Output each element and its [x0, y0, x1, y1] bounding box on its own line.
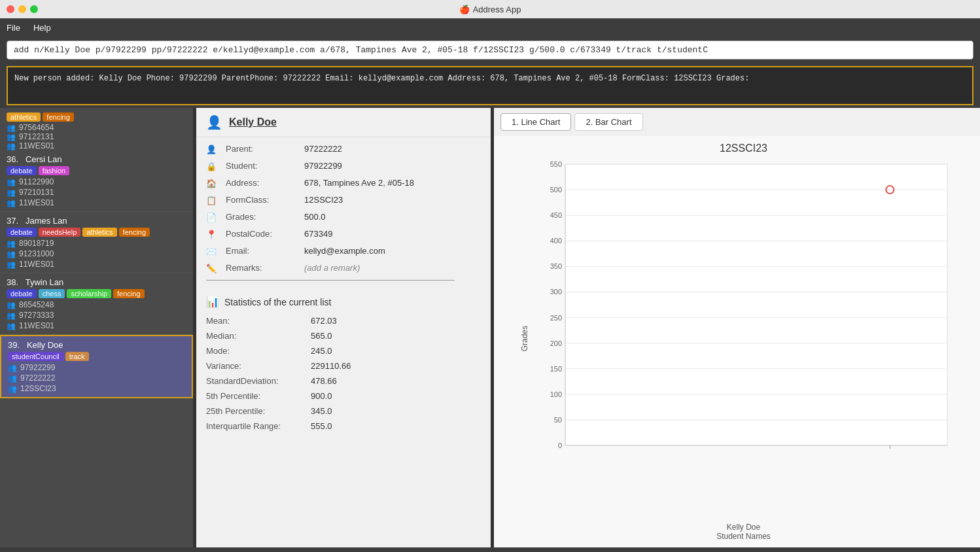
person-list: athletics fencing 👥 97564654 👥 97122131 …: [0, 108, 193, 547]
student-value: 97922299: [304, 161, 342, 171]
detail-row-postal: 📍 PostalCode: 673349: [196, 226, 491, 243]
main-content: athletics fencing 👥 97564654 👥 97122131 …: [0, 108, 980, 547]
svg-text:200: 200: [550, 339, 562, 347]
person-card-tywin[interactable]: 38. Tywin Lan debate chess scholarship f…: [0, 273, 193, 335]
chart-area: 12SSCI23 Grades 050100150200250300350400…: [494, 136, 980, 547]
detail-row-formclass: 📋 FormClass: 12SSCI23: [196, 192, 491, 209]
detail-row-email: ✉️ Email: kellyd@example.com: [196, 243, 491, 260]
info-row: 👥 97122131: [7, 132, 186, 141]
parent-value: 97122131: [19, 132, 54, 141]
chart-plot-area: 050100150200250300350400450500550: [533, 158, 967, 519]
info-row: 👥 97222222: [8, 373, 185, 383]
tab-line-chart[interactable]: 1. Line Chart: [500, 113, 571, 131]
tag-chess: chess: [39, 289, 65, 298]
stats-icon: 📊: [206, 296, 219, 308]
info-row: 👥 97922299: [8, 363, 185, 372]
chart-svg: 050100150200250300350400450500550: [533, 158, 967, 452]
remarks-detail-icon: ✏️: [206, 264, 219, 273]
svg-text:250: 250: [550, 314, 562, 322]
parent-value: 97222222: [20, 373, 55, 383]
info-row: 👥 11WES01: [7, 321, 186, 330]
x-axis-title: Student Names: [716, 532, 771, 541]
class-value: 12SSCI23: [20, 384, 56, 393]
info-row: 👥 97273333: [7, 311, 186, 320]
person-header: 👤 Kelly Doe: [196, 108, 491, 137]
person-card-kelly[interactable]: 39. Kelly Doe studentCouncil track 👥 979…: [0, 335, 193, 398]
person-info: 👥 86545248 👥 97273333 👥 11WES01: [7, 300, 186, 330]
iqr-value: 555.0: [311, 421, 332, 431]
phone-icon: 👥: [7, 301, 16, 309]
command-area: [0, 37, 980, 63]
command-input[interactable]: [7, 41, 973, 60]
chart-panel: 1. Line Chart 2. Bar Chart 12SSCI23 Grad…: [494, 108, 980, 547]
parent-value: 97210131: [19, 188, 54, 197]
detail-table: 👤 Parent: 97222222 🔒 Student: 97922299 🏠…: [196, 137, 491, 287]
phone-icon: 👥: [8, 364, 17, 372]
stddev-value: 478.66: [311, 376, 337, 386]
detail-row-address: 🏠 Address: 678, Tampines Ave 2, #05-18: [196, 175, 491, 192]
phone-value: 89018719: [19, 239, 54, 248]
person-card-cersi[interactable]: 36. Cersi Lan debate fashion 👥 91122990 …: [0, 150, 193, 212]
address-value: 678, Tampines Ave 2, #05-18: [304, 178, 414, 188]
class-icon: 👥: [8, 385, 17, 393]
p25-value: 345.0: [311, 406, 332, 416]
svg-text:550: 550: [550, 160, 562, 168]
class-icon: 👥: [7, 199, 16, 207]
mode-value: 245.0: [311, 346, 332, 356]
svg-text:350: 350: [550, 262, 562, 270]
remarks-value: (add a remark): [304, 263, 360, 273]
svg-text:450: 450: [550, 211, 562, 219]
info-row: 👥 12SSCI23: [8, 384, 185, 393]
tag-track: track: [65, 352, 89, 361]
tags-container: debate chess scholarship fencing: [7, 289, 186, 298]
tag-athletics: athletics: [7, 112, 41, 122]
svg-text:150: 150: [550, 365, 562, 373]
phone-icon: 👥: [7, 124, 16, 132]
p5-value: 900.0: [311, 391, 332, 401]
detail-row-parent: 👤 Parent: 97222222: [196, 141, 491, 158]
tag-debate: debate: [7, 289, 37, 298]
variance-value: 229110.66: [311, 361, 351, 371]
phone-icon: 👥: [7, 178, 16, 186]
menu-file[interactable]: File: [7, 23, 20, 33]
stat-row-median: Median: 565.0: [196, 328, 491, 343]
info-row: 👥 11WES01: [7, 141, 186, 150]
class-value: 11WES01: [19, 198, 54, 207]
tags-container: debate needsHelp athletics fencing: [7, 228, 186, 237]
stat-row-iqr: Interquartile Range: 555.0: [196, 419, 491, 434]
maximize-button[interactable]: [30, 5, 38, 13]
person-name: 38. Tywin Lan: [7, 277, 186, 287]
tab-bar-chart[interactable]: 2. Bar Chart: [574, 113, 642, 131]
person-name: 36. Cersi Lan: [7, 154, 186, 164]
student-name-label: Kelly Doe: [716, 523, 771, 532]
person-card-james[interactable]: 37. James Lan debate needsHelp athletics…: [0, 212, 193, 273]
phone-value: 91122990: [19, 177, 54, 186]
mean-value: 672.03: [311, 316, 337, 326]
stats-section: 📊 Statistics of the current list Mean: 6…: [196, 287, 491, 437]
tag-athletics: athletics: [82, 228, 116, 237]
student-detail-icon: 🔒: [206, 162, 219, 171]
class-value: 11WES01: [19, 321, 54, 330]
svg-rect-0: [565, 164, 947, 445]
detail-row-grades: 📄 Grades: 500.0: [196, 209, 491, 226]
postal-detail-icon: 📍: [206, 230, 219, 239]
minimize-button[interactable]: [18, 5, 26, 13]
median-value: 565.0: [311, 331, 332, 341]
menu-help[interactable]: Help: [33, 23, 51, 33]
output-text: New person added: Kelly Doe Phone: 97922…: [14, 74, 749, 83]
app-title: Address App: [473, 5, 521, 14]
svg-text:50: 50: [554, 416, 562, 424]
selected-person-name: Kelly Doe: [229, 116, 277, 128]
parent-detail-icon: 👤: [206, 145, 219, 154]
x-axis-label: Kelly Doe Student Names: [716, 523, 771, 541]
tag-debate: debate: [7, 166, 37, 175]
phone-value: 86545248: [19, 300, 54, 309]
close-button[interactable]: [7, 5, 14, 13]
phone-icon: 👥: [7, 239, 16, 248]
stat-row-stddev: StandardDeviation: 478.66: [196, 373, 491, 388]
menu-bar: File Help: [0, 18, 980, 37]
person-info: 👥 97922299 👥 97222222 👥 12SSCI23: [8, 363, 185, 393]
svg-text:400: 400: [550, 237, 562, 245]
detail-panel: 👤 Kelly Doe 👤 Parent: 97222222 🔒 Student…: [196, 108, 491, 547]
person-info: 👥 91122990 👥 97210131 👥 11WES01: [7, 177, 186, 207]
